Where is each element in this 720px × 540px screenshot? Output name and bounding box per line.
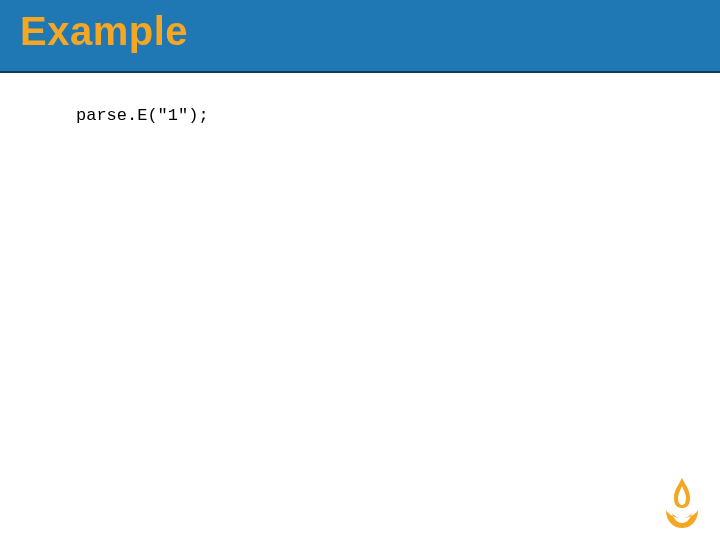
slide: Example parse.E("1"); — [0, 0, 720, 540]
slide-title: Example — [20, 9, 188, 54]
title-band: Example — [0, 0, 720, 73]
code-content: parse.E("1"); — [76, 106, 680, 125]
flame-icon — [666, 478, 698, 528]
flame-logo-icon — [660, 476, 704, 530]
